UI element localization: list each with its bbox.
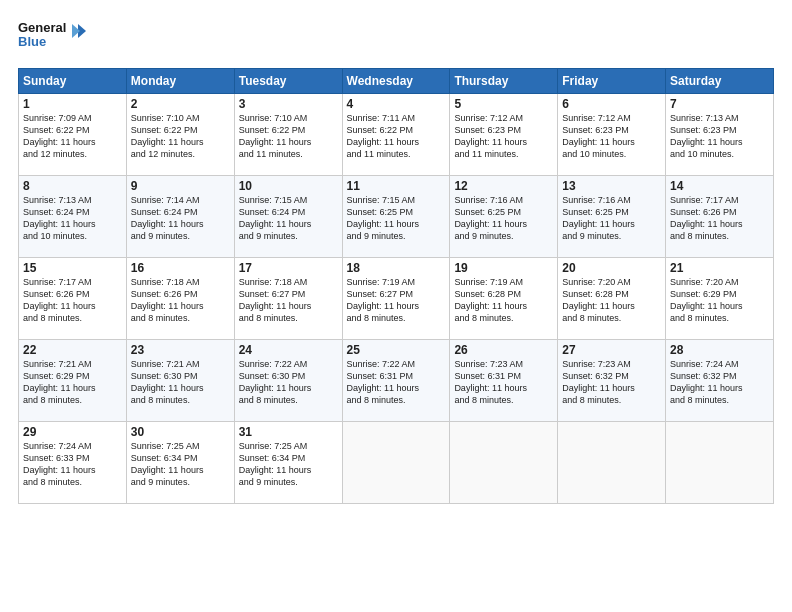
cell-info: Sunrise: 7:25 AMSunset: 6:34 PMDaylight:…	[131, 441, 204, 487]
day-number: 15	[23, 261, 122, 275]
calendar-cell: 20Sunrise: 7:20 AMSunset: 6:28 PMDayligh…	[558, 258, 666, 340]
cell-info: Sunrise: 7:25 AMSunset: 6:34 PMDaylight:…	[239, 441, 312, 487]
calendar-cell	[558, 422, 666, 504]
cell-info: Sunrise: 7:17 AMSunset: 6:26 PMDaylight:…	[670, 195, 743, 241]
day-number: 10	[239, 179, 338, 193]
day-number: 30	[131, 425, 230, 439]
calendar-cell	[450, 422, 558, 504]
calendar-cell: 16Sunrise: 7:18 AMSunset: 6:26 PMDayligh…	[126, 258, 234, 340]
cell-info: Sunrise: 7:18 AMSunset: 6:27 PMDaylight:…	[239, 277, 312, 323]
calendar-cell: 12Sunrise: 7:16 AMSunset: 6:25 PMDayligh…	[450, 176, 558, 258]
calendar-cell: 18Sunrise: 7:19 AMSunset: 6:27 PMDayligh…	[342, 258, 450, 340]
header: General Blue	[18, 18, 774, 58]
cell-info: Sunrise: 7:22 AMSunset: 6:30 PMDaylight:…	[239, 359, 312, 405]
calendar-cell: 2Sunrise: 7:10 AMSunset: 6:22 PMDaylight…	[126, 94, 234, 176]
cell-info: Sunrise: 7:19 AMSunset: 6:27 PMDaylight:…	[347, 277, 420, 323]
cell-info: Sunrise: 7:15 AMSunset: 6:25 PMDaylight:…	[347, 195, 420, 241]
calendar-table: SundayMondayTuesdayWednesdayThursdayFrid…	[18, 68, 774, 504]
calendar-cell: 27Sunrise: 7:23 AMSunset: 6:32 PMDayligh…	[558, 340, 666, 422]
calendar-cell: 25Sunrise: 7:22 AMSunset: 6:31 PMDayligh…	[342, 340, 450, 422]
calendar-cell: 28Sunrise: 7:24 AMSunset: 6:32 PMDayligh…	[666, 340, 774, 422]
cell-info: Sunrise: 7:23 AMSunset: 6:31 PMDaylight:…	[454, 359, 527, 405]
day-header-monday: Monday	[126, 69, 234, 94]
day-number: 9	[131, 179, 230, 193]
calendar-cell: 31Sunrise: 7:25 AMSunset: 6:34 PMDayligh…	[234, 422, 342, 504]
cell-info: Sunrise: 7:24 AMSunset: 6:33 PMDaylight:…	[23, 441, 96, 487]
calendar-cell: 23Sunrise: 7:21 AMSunset: 6:30 PMDayligh…	[126, 340, 234, 422]
svg-text:General: General	[18, 20, 66, 35]
week-row-2: 8Sunrise: 7:13 AMSunset: 6:24 PMDaylight…	[19, 176, 774, 258]
calendar-page: General Blue SundayMondayTuesdayWednesda…	[0, 0, 792, 612]
cell-info: Sunrise: 7:15 AMSunset: 6:24 PMDaylight:…	[239, 195, 312, 241]
day-number: 13	[562, 179, 661, 193]
calendar-cell	[666, 422, 774, 504]
day-number: 26	[454, 343, 553, 357]
day-number: 31	[239, 425, 338, 439]
cell-info: Sunrise: 7:16 AMSunset: 6:25 PMDaylight:…	[454, 195, 527, 241]
cell-info: Sunrise: 7:23 AMSunset: 6:32 PMDaylight:…	[562, 359, 635, 405]
week-row-1: 1Sunrise: 7:09 AMSunset: 6:22 PMDaylight…	[19, 94, 774, 176]
cell-info: Sunrise: 7:24 AMSunset: 6:32 PMDaylight:…	[670, 359, 743, 405]
day-number: 12	[454, 179, 553, 193]
calendar-cell: 7Sunrise: 7:13 AMSunset: 6:23 PMDaylight…	[666, 94, 774, 176]
calendar-cell: 21Sunrise: 7:20 AMSunset: 6:29 PMDayligh…	[666, 258, 774, 340]
logo: General Blue	[18, 18, 88, 58]
day-number: 7	[670, 97, 769, 111]
calendar-cell: 26Sunrise: 7:23 AMSunset: 6:31 PMDayligh…	[450, 340, 558, 422]
day-number: 18	[347, 261, 446, 275]
day-number: 25	[347, 343, 446, 357]
day-number: 4	[347, 97, 446, 111]
cell-info: Sunrise: 7:18 AMSunset: 6:26 PMDaylight:…	[131, 277, 204, 323]
day-number: 1	[23, 97, 122, 111]
day-header-friday: Friday	[558, 69, 666, 94]
day-number: 16	[131, 261, 230, 275]
day-number: 23	[131, 343, 230, 357]
day-number: 6	[562, 97, 661, 111]
day-number: 5	[454, 97, 553, 111]
day-number: 27	[562, 343, 661, 357]
calendar-cell: 22Sunrise: 7:21 AMSunset: 6:29 PMDayligh…	[19, 340, 127, 422]
day-number: 29	[23, 425, 122, 439]
cell-info: Sunrise: 7:11 AMSunset: 6:22 PMDaylight:…	[347, 113, 420, 159]
calendar-header-row: SundayMondayTuesdayWednesdayThursdayFrid…	[19, 69, 774, 94]
day-number: 20	[562, 261, 661, 275]
day-number: 19	[454, 261, 553, 275]
cell-info: Sunrise: 7:20 AMSunset: 6:28 PMDaylight:…	[562, 277, 635, 323]
day-number: 28	[670, 343, 769, 357]
calendar-cell: 10Sunrise: 7:15 AMSunset: 6:24 PMDayligh…	[234, 176, 342, 258]
calendar-cell: 15Sunrise: 7:17 AMSunset: 6:26 PMDayligh…	[19, 258, 127, 340]
cell-info: Sunrise: 7:20 AMSunset: 6:29 PMDaylight:…	[670, 277, 743, 323]
calendar-cell: 30Sunrise: 7:25 AMSunset: 6:34 PMDayligh…	[126, 422, 234, 504]
week-row-3: 15Sunrise: 7:17 AMSunset: 6:26 PMDayligh…	[19, 258, 774, 340]
calendar-cell: 14Sunrise: 7:17 AMSunset: 6:26 PMDayligh…	[666, 176, 774, 258]
cell-info: Sunrise: 7:17 AMSunset: 6:26 PMDaylight:…	[23, 277, 96, 323]
day-header-wednesday: Wednesday	[342, 69, 450, 94]
calendar-cell: 29Sunrise: 7:24 AMSunset: 6:33 PMDayligh…	[19, 422, 127, 504]
cell-info: Sunrise: 7:12 AMSunset: 6:23 PMDaylight:…	[454, 113, 527, 159]
calendar-cell: 24Sunrise: 7:22 AMSunset: 6:30 PMDayligh…	[234, 340, 342, 422]
cell-info: Sunrise: 7:12 AMSunset: 6:23 PMDaylight:…	[562, 113, 635, 159]
day-header-tuesday: Tuesday	[234, 69, 342, 94]
day-number: 3	[239, 97, 338, 111]
week-row-5: 29Sunrise: 7:24 AMSunset: 6:33 PMDayligh…	[19, 422, 774, 504]
cell-info: Sunrise: 7:21 AMSunset: 6:30 PMDaylight:…	[131, 359, 204, 405]
calendar-cell: 19Sunrise: 7:19 AMSunset: 6:28 PMDayligh…	[450, 258, 558, 340]
day-number: 2	[131, 97, 230, 111]
calendar-cell: 4Sunrise: 7:11 AMSunset: 6:22 PMDaylight…	[342, 94, 450, 176]
day-header-saturday: Saturday	[666, 69, 774, 94]
day-number: 24	[239, 343, 338, 357]
day-number: 22	[23, 343, 122, 357]
calendar-cell: 9Sunrise: 7:14 AMSunset: 6:24 PMDaylight…	[126, 176, 234, 258]
calendar-cell	[342, 422, 450, 504]
cell-info: Sunrise: 7:13 AMSunset: 6:23 PMDaylight:…	[670, 113, 743, 159]
cell-info: Sunrise: 7:10 AMSunset: 6:22 PMDaylight:…	[239, 113, 312, 159]
calendar-cell: 6Sunrise: 7:12 AMSunset: 6:23 PMDaylight…	[558, 94, 666, 176]
calendar-cell: 5Sunrise: 7:12 AMSunset: 6:23 PMDaylight…	[450, 94, 558, 176]
day-number: 17	[239, 261, 338, 275]
day-number: 8	[23, 179, 122, 193]
calendar-cell: 11Sunrise: 7:15 AMSunset: 6:25 PMDayligh…	[342, 176, 450, 258]
day-number: 14	[670, 179, 769, 193]
logo-svg: General Blue	[18, 18, 88, 58]
cell-info: Sunrise: 7:10 AMSunset: 6:22 PMDaylight:…	[131, 113, 204, 159]
cell-info: Sunrise: 7:09 AMSunset: 6:22 PMDaylight:…	[23, 113, 96, 159]
